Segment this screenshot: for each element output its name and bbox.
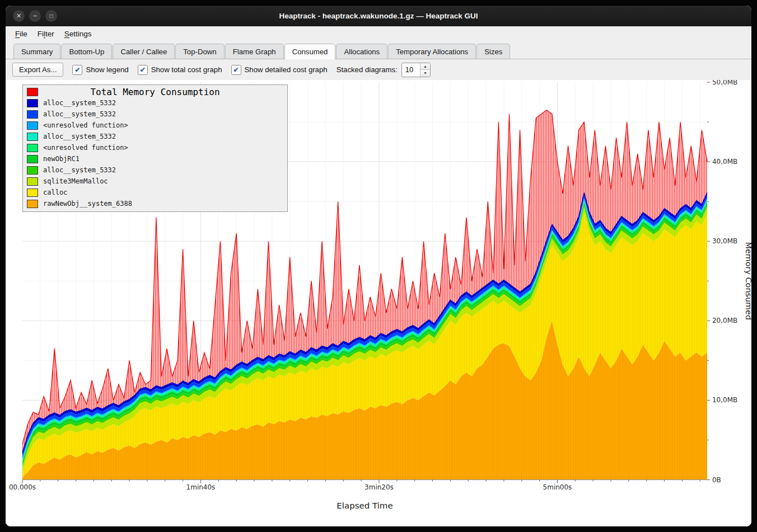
legend-item-label: rawNewObj__system_6388 bbox=[43, 200, 132, 208]
legend-color-swatch bbox=[27, 133, 38, 141]
x-axis-title: Elapsed Time bbox=[337, 501, 392, 511]
tab-temporary-allocations[interactable]: Temporary Allocations bbox=[388, 44, 476, 59]
checkbox-label: Show total cost graph bbox=[151, 65, 222, 74]
menu-settings[interactable]: Settings bbox=[59, 27, 97, 40]
checkbox-label: Show detailed cost graph bbox=[245, 65, 328, 74]
legend-item: sqlite3MemMalloc bbox=[23, 176, 287, 187]
checkbox-show-total-cost-graph[interactable]: ✔Show total cost graph bbox=[138, 65, 222, 75]
export-as-button[interactable]: Export As... bbox=[12, 63, 63, 77]
legend-color-swatch bbox=[27, 99, 38, 107]
x-tick-label: 5min00s bbox=[543, 484, 572, 492]
checkbox-label: Show legend bbox=[86, 65, 128, 74]
menubar: FileFilterSettings bbox=[6, 26, 751, 41]
legend-item: calloc bbox=[23, 187, 287, 198]
tab-consumed[interactable]: Consumed bbox=[284, 44, 336, 59]
y-tick-label: 0B bbox=[712, 476, 721, 484]
legend-color-swatch bbox=[27, 121, 38, 130]
legend-item: rawNewObj__system_6388 bbox=[23, 198, 287, 209]
legend-item-label: sqlite3MemMalloc bbox=[43, 177, 108, 185]
tab-bottom-up[interactable]: Bottom-Up bbox=[61, 44, 112, 59]
checkbox-box-icon[interactable]: ✔ bbox=[231, 65, 241, 75]
legend-title: Total Memory Consumption bbox=[90, 87, 219, 97]
spin-buttons: ▲ ▼ bbox=[420, 63, 430, 77]
x-tick-label: 00.000s bbox=[9, 484, 36, 492]
legend-color-swatch bbox=[27, 166, 38, 175]
x-tick-label: 3min20s bbox=[365, 484, 394, 492]
checkbox-box-icon[interactable]: ✔ bbox=[138, 65, 148, 75]
legend-color-swatch bbox=[27, 144, 38, 152]
legend-item: <unresolved function> bbox=[23, 120, 287, 131]
chart-legend: Total Memory Consumptionalloc__system_53… bbox=[22, 84, 288, 212]
legend-item: alloc__system_5332 bbox=[23, 97, 287, 109]
tab-allocations[interactable]: Allocations bbox=[336, 44, 387, 59]
stacked-diagrams-label: Stacked diagrams: bbox=[337, 65, 398, 74]
legend-item: alloc__system_5332 bbox=[23, 109, 287, 120]
stacked-diagrams-value[interactable]: 10 bbox=[402, 63, 420, 77]
legend-color-swatch bbox=[27, 110, 38, 119]
legend-item-label: newObjRC1 bbox=[43, 155, 80, 163]
legend-item-label: alloc__system_5332 bbox=[43, 166, 116, 174]
titlebar[interactable]: ✕ − □ Heaptrack - heaptrack.wakunode.1.g… bbox=[6, 6, 751, 26]
menu-filter[interactable]: Filter bbox=[32, 27, 59, 40]
legend-color-swatch bbox=[27, 88, 38, 96]
checkbox-box-icon[interactable]: ✔ bbox=[72, 65, 82, 75]
spin-down-icon[interactable]: ▼ bbox=[420, 69, 430, 77]
y-tick-label: 20,0MB bbox=[712, 317, 737, 324]
legend-item: alloc__system_5332 bbox=[23, 131, 287, 142]
tab-caller-callee[interactable]: Caller / Callee bbox=[113, 44, 175, 59]
tab-flame-graph[interactable]: Flame Graph bbox=[225, 44, 284, 59]
chart-pane: 00.000s1min40s3min20s5min00s0B10,0MB20,0… bbox=[6, 80, 751, 526]
menu-file[interactable]: File bbox=[10, 27, 32, 40]
checkbox-show-detailed-cost-graph[interactable]: ✔Show detailed cost graph bbox=[231, 65, 328, 75]
legend-item-label: <unresolved function> bbox=[43, 144, 128, 152]
legend-color-swatch bbox=[27, 200, 38, 208]
legend-item-label: alloc__system_5332 bbox=[43, 110, 116, 118]
legend-item-label: <unresolved function> bbox=[43, 121, 128, 129]
legend-color-swatch bbox=[27, 177, 38, 186]
legend-item: <unresolved function> bbox=[23, 142, 287, 153]
window-title: Heaptrack - heaptrack.wakunode.1.gz — He… bbox=[279, 12, 478, 20]
tab-sizes[interactable]: Sizes bbox=[476, 44, 510, 59]
legend-title-row: Total Memory Consumption bbox=[23, 86, 287, 97]
close-icon[interactable]: ✕ bbox=[13, 10, 25, 22]
legend-item-label: alloc__system_5332 bbox=[43, 99, 116, 107]
tab-top-down[interactable]: Top-Down bbox=[175, 44, 224, 59]
checkbox-show-legend[interactable]: ✔Show legend bbox=[72, 65, 128, 75]
legend-color-swatch bbox=[27, 155, 38, 163]
heaptrack-window: ✕ − □ Heaptrack - heaptrack.wakunode.1.g… bbox=[5, 5, 752, 527]
legend-color-swatch bbox=[27, 189, 38, 197]
y-tick-label: 10,0MB bbox=[712, 397, 737, 404]
checkbox-group: ✔Show legend✔Show total cost graph✔Show … bbox=[72, 65, 327, 75]
stacked-diagrams-spinbox[interactable]: 10 ▲ ▼ bbox=[401, 63, 431, 77]
y-tick-label: 30,0MB bbox=[712, 237, 737, 245]
legend-item: newObjRC1 bbox=[23, 153, 287, 164]
legend-item: alloc__system_5332 bbox=[23, 164, 287, 176]
legend-item-label: alloc__system_5332 bbox=[43, 133, 116, 140]
y-tick-label: 50,0MB bbox=[712, 80, 737, 86]
legend-item-label: calloc bbox=[43, 189, 67, 196]
stacked-diagrams-control: Stacked diagrams: 10 ▲ ▼ bbox=[337, 63, 431, 77]
y-tick-label: 40,0MB bbox=[712, 158, 737, 166]
y-axis-title: Memory Consumed bbox=[744, 242, 751, 320]
minimize-icon[interactable]: − bbox=[29, 10, 41, 22]
window-controls: ✕ − □ bbox=[13, 6, 57, 26]
toolbar: Export As... ✔Show legend✔Show total cos… bbox=[6, 59, 751, 80]
tab-bar: SummaryBottom-UpCaller / CalleeTop-DownF… bbox=[6, 41, 751, 59]
tab-summary[interactable]: Summary bbox=[13, 44, 60, 59]
x-tick-label: 1min40s bbox=[186, 484, 216, 492]
maximize-icon[interactable]: □ bbox=[45, 10, 57, 22]
spin-up-icon[interactable]: ▲ bbox=[420, 63, 430, 70]
